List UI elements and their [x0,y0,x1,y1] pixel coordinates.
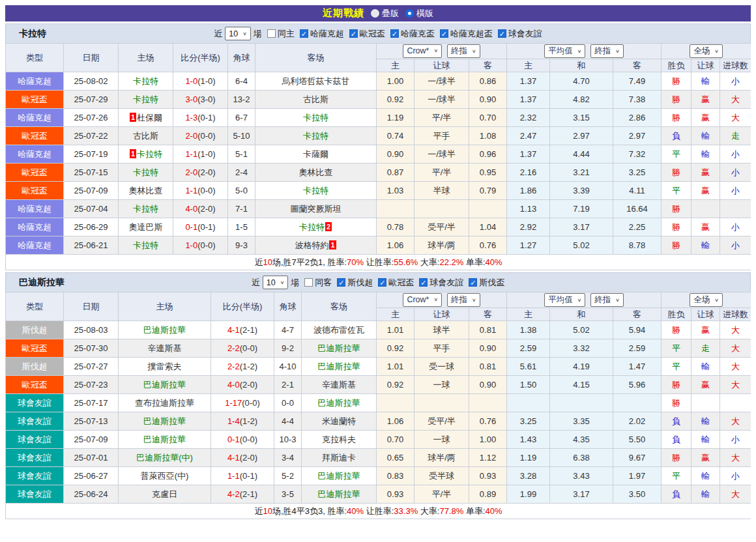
result-outcome: 勝 [662,394,691,412]
corner-score: 1-5 [228,218,255,236]
away-team: 卡拉特 [255,109,377,127]
avg-time-select[interactable]: 終指∨ [590,293,624,307]
odds-company-select[interactable]: Crow*∨ [403,44,442,58]
result-outcome: 平 [662,182,691,200]
match-scope-select[interactable]: 全场∨ [690,293,723,307]
table-row: 哈薩克超25-06-29奧達巴斯0-1(0-1)1-5卡拉特20.78受平/半1… [6,218,751,236]
half-time-score: (0-0) [240,343,257,353]
games-count-select[interactable]: 10∨ [225,27,251,40]
score-cell: 1-3(0-1) [173,109,228,127]
league-checkbox[interactable]: ✓ [349,29,358,38]
avg-odds-away: 7.49 [613,72,662,91]
half-time-score: (1-0) [197,76,215,86]
near-label: 近 [252,277,260,289]
avg-odds-draw: 4.70 [550,72,613,91]
chevron-down-icon: ∨ [433,297,438,302]
match-date: 25-06-27 [64,467,119,485]
avg-odds-draw: 3.43 [550,467,613,485]
league-checkbox[interactable]: ✓ [390,29,399,38]
same-venue-checkbox[interactable] [304,278,313,287]
home-team: 奧達巴斯 [119,218,173,236]
result-goals: 大 [720,339,751,358]
handicap-odds-away: 0.79 [469,182,507,200]
corner-score: 5-0 [228,182,255,200]
result-goals: 大 [720,376,751,394]
league-filter-label: 斯伐超 [347,277,373,289]
away-team: 巴迪斯拉華 [302,394,377,412]
result-handicap: 輸 [691,431,720,449]
recent-results-sections: 卡拉特近10∨場同主✓哈薩克超✓歐冠盃✓哈薩克盃✓哈薩克超盃✓球會友誼类型日期主… [5,23,751,519]
handicap-odds-away: 1.00 [469,431,507,449]
result-goals: 小 [720,182,751,200]
odds-time-select[interactable]: 終指∨ [447,44,480,58]
handicap-odds-away: 1.04 [469,218,507,236]
col-header: 让球 [414,308,469,321]
league-checkbox[interactable]: ✓ [440,29,448,38]
half-time-score: (2-1) [240,325,257,335]
odds-select-group: Crow*∨終指∨ [377,292,507,308]
table-row: 哈薩克超25-07-261杜保爾1-3(0-1)6-7卡拉特1.19平/半0.7… [6,109,751,127]
avg-type-select[interactable]: 平均值∨ [544,44,585,58]
score-cell: 1-1(1-0) [173,145,228,164]
avg-type-select[interactable]: 平均值∨ [544,293,585,307]
team-name-text: 巴迪斯拉華 [318,343,360,353]
chevron-down-icon: ∨ [472,49,476,54]
layout-option-stacked[interactable]: 疊版 [371,8,399,20]
result-handicap: 輸 [691,145,720,164]
full-time-score: 1-4 [227,416,240,426]
league-checkbox[interactable]: ✓ [469,278,477,287]
result-handicap: 赢 [691,182,720,200]
away-team: 卡拉特2 [255,218,377,236]
home-team: 卡拉特 [119,164,173,182]
home-team: 巴迪斯拉華(中) [119,449,211,467]
home-team: 古比斯 [119,127,173,145]
away-team: 奧林比查 [255,164,377,182]
away-team: 圖蘭突厥斯坦 [255,200,377,218]
avg-odds-away: 2.86 [613,109,662,127]
league-checkbox[interactable]: ✓ [498,29,506,38]
col-header: 比分(半场) [211,292,274,321]
corner-score: 3-4 [274,449,302,467]
team-name-text: 撲雷索夫 [148,362,182,371]
league-checkbox[interactable]: ✓ [378,278,386,287]
result-outcome: 勝 [662,109,691,127]
handicap-odds-home: 0.65 [377,449,414,467]
odds-time-select[interactable]: 終指∨ [447,293,480,307]
avg-odds-away: 3.25 [613,164,662,182]
league-checkbox[interactable]: ✓ [337,278,345,287]
score-cell: 4-1(2-0) [211,449,274,467]
handicap-odds-home: 0.90 [377,145,414,164]
team-name-text: 奧達巴斯 [129,222,163,232]
team-name-text: 巴迪斯拉華 [143,435,186,444]
radio-unselected-icon[interactable] [371,9,379,18]
games-count-select-value: 10 [267,278,276,287]
result-handicap: 赢 [691,376,720,394]
layout-option-horizontal[interactable]: 橫版 [405,8,433,20]
radio-selected-icon[interactable] [405,9,414,18]
corner-score: 7-1 [228,200,255,218]
full-time-score: 1-0 [185,240,197,250]
games-count-select[interactable]: 10∨ [263,276,289,289]
handicap-odds-home: 1.03 [377,182,414,200]
handicap-odds-home: 0.87 [377,164,414,182]
away-team: 烏利塔哲茲卡茲甘 [255,72,377,91]
match-date: 25-07-01 [64,449,119,467]
league-checkbox[interactable]: ✓ [300,29,308,38]
team-name-text: 巴迪斯拉華(中) [136,453,193,463]
league-checkbox[interactable]: ✓ [419,278,428,287]
avg-odds-draw [550,394,613,412]
avg-time-select[interactable]: 終指∨ [590,44,624,58]
full-time-score: 4-2 [227,489,240,499]
league-filter-label: 哈薩克超盃 [450,28,493,40]
odds-company-select[interactable]: Crow*∨ [403,293,442,307]
match-scope-select-value: 全场 [693,294,710,306]
half-time-score: (3-0) [197,94,215,104]
away-team: 克拉科夫 [302,431,377,449]
match-scope-select[interactable]: 全场∨ [690,44,723,58]
handicap-odds-away: 0.89 [469,485,507,504]
same-venue-checkbox[interactable] [267,29,276,38]
col-header: 胜负 [662,59,691,72]
summary-part: 单率: [463,506,485,516]
handicap-odds-home: 0.78 [377,218,414,236]
col-header: 和 [550,308,613,321]
